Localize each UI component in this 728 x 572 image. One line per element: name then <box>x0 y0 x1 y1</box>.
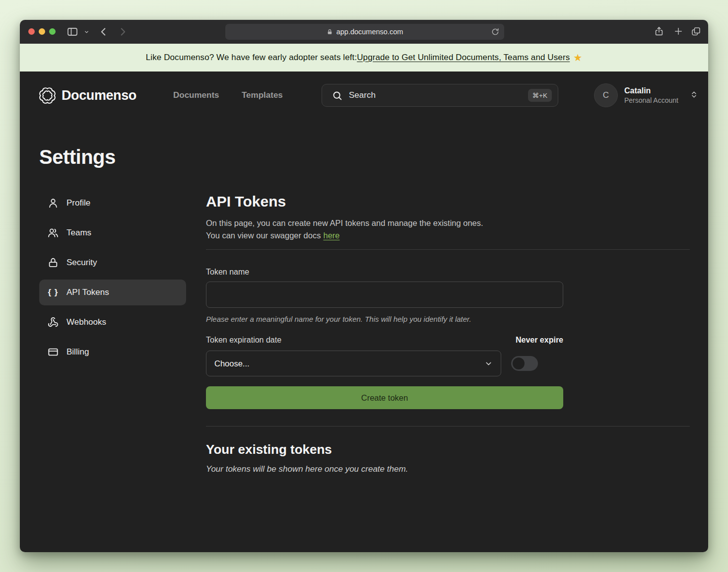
page-title: Settings <box>39 146 116 168</box>
expiration-label: Token expiration date <box>206 336 281 345</box>
create-token-button[interactable]: Create token <box>206 386 563 409</box>
existing-tokens-title: Your existing tokens <box>206 441 690 457</box>
forward-button[interactable] <box>117 26 128 37</box>
sidebar-toggle-icon[interactable] <box>66 26 78 38</box>
user-name: Catalin <box>624 86 678 96</box>
sidebar-item-label: Webhooks <box>66 317 106 327</box>
settings-sidebar: Profile Teams Security { } API Tokens We… <box>39 190 186 369</box>
token-name-input[interactable] <box>206 282 563 308</box>
upgrade-link[interactable]: Upgrade to Get Unlimited Documents, Team… <box>357 53 570 63</box>
description-line-1: On this page, you can create new API tok… <box>206 218 483 227</box>
swagger-docs-link[interactable]: here <box>323 231 339 240</box>
expiration-value: Choose... <box>214 359 250 368</box>
chevron-down-icon[interactable] <box>84 29 89 35</box>
tab-overview-icon[interactable] <box>691 26 701 37</box>
search-bar[interactable]: ⌘+K <box>322 84 558 107</box>
sidebar-item-api-tokens[interactable]: { } API Tokens <box>39 280 186 305</box>
search-input[interactable] <box>349 90 522 100</box>
credit-card-icon <box>48 347 59 358</box>
sidebar-item-label: Billing <box>66 347 89 357</box>
sidebar-item-profile[interactable]: Profile <box>39 190 186 216</box>
sidebar-item-label: API Tokens <box>66 287 109 297</box>
documenso-seal-icon <box>39 87 56 104</box>
token-name-label: Token name <box>206 268 690 277</box>
brand-name: Documenso <box>62 88 136 103</box>
existing-tokens-empty-text: Your tokens will be shown here once you … <box>206 464 690 474</box>
nav-documents[interactable]: Documents <box>173 72 219 119</box>
banner-text: Like Documenso? We have few early adopte… <box>146 53 357 63</box>
chevrons-up-down-icon <box>690 90 698 101</box>
sidebar-item-teams[interactable]: Teams <box>39 220 186 246</box>
zoom-window-button[interactable] <box>49 28 56 35</box>
description-line-2: You can view our swagger docs <box>206 231 321 240</box>
account-menu[interactable]: C Catalin Personal Account <box>594 72 698 119</box>
divider <box>206 426 690 427</box>
back-button[interactable] <box>98 26 109 37</box>
token-name-help: Please enter a meaningful name for your … <box>206 315 690 324</box>
sidebar-item-label: Profile <box>66 198 90 208</box>
braces-icon: { } <box>48 287 59 297</box>
user-icon <box>48 198 59 209</box>
traffic-lights <box>28 28 56 35</box>
expiration-select[interactable]: Choose... <box>206 351 501 376</box>
nav-templates[interactable]: Templates <box>242 72 283 119</box>
sidebar-item-billing[interactable]: Billing <box>39 339 186 365</box>
url-text: app.documenso.com <box>336 28 403 36</box>
never-expire-toggle[interactable] <box>511 356 538 371</box>
brand-logo[interactable]: Documenso <box>39 72 136 119</box>
sidebar-item-webhooks[interactable]: Webhooks <box>39 309 186 335</box>
refresh-icon[interactable] <box>491 27 500 38</box>
search-shortcut-badge: ⌘+K <box>528 89 552 102</box>
close-window-button[interactable] <box>28 28 35 35</box>
webhook-icon <box>48 317 59 328</box>
star-icon: ★ <box>573 53 582 63</box>
lock-icon <box>48 257 59 268</box>
section-title: API Tokens <box>206 193 690 211</box>
safari-window: app.documenso.com Like Documenso? We hav… <box>20 20 708 552</box>
avatar: C <box>594 83 618 107</box>
sidebar-item-label: Security <box>66 258 97 268</box>
promo-banner: Like Documenso? We have few early adopte… <box>20 44 708 72</box>
chevron-down-icon <box>484 359 493 368</box>
lock-icon <box>327 29 333 35</box>
account-type: Personal Account <box>624 96 678 105</box>
browser-toolbar: app.documenso.com <box>20 20 708 44</box>
sidebar-item-security[interactable]: Security <box>39 250 186 276</box>
api-tokens-panel: API Tokens On this page, you can create … <box>206 193 690 474</box>
toggle-knob <box>513 358 525 369</box>
address-bar[interactable]: app.documenso.com <box>225 24 504 40</box>
new-tab-icon[interactable] <box>673 26 683 36</box>
never-expire-label: Never expire <box>516 336 563 345</box>
documenso-app: Documenso Documents Templates ⌘+K C Cata… <box>20 72 708 552</box>
app-header: Documenso Documents Templates ⌘+K C Cata… <box>20 72 708 119</box>
divider <box>206 249 690 250</box>
section-description: On this page, you can create new API tok… <box>206 217 690 242</box>
users-icon <box>48 227 59 238</box>
search-icon <box>332 90 342 101</box>
minimize-window-button[interactable] <box>39 28 45 35</box>
sidebar-item-label: Teams <box>66 228 91 238</box>
share-icon[interactable] <box>654 26 664 37</box>
